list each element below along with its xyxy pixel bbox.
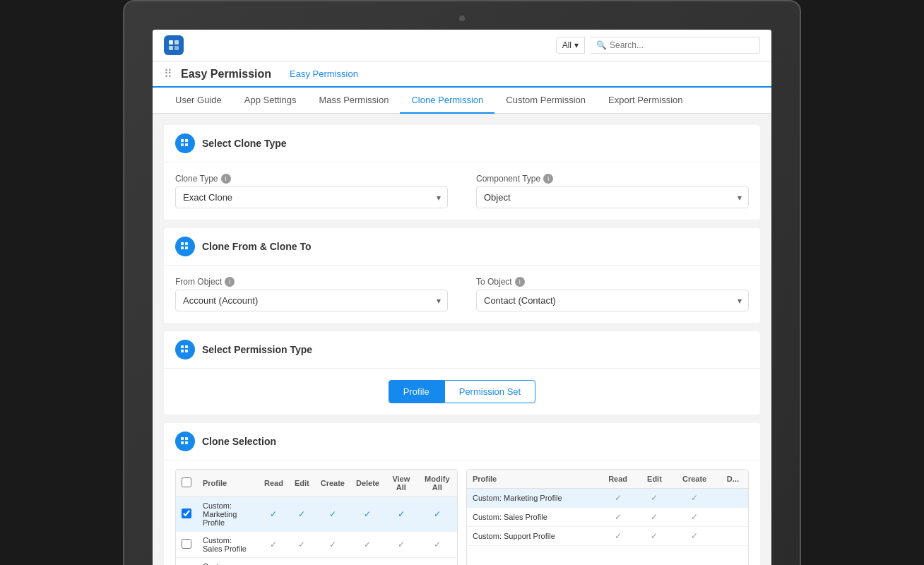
row2-read-check: ✓ bbox=[270, 540, 277, 549]
select-clone-type-card: Select Clone Type Clone Type i bbox=[164, 125, 760, 220]
left-table: Profile Read Edit Create Delete View All… bbox=[176, 470, 457, 565]
right-row3-read: ✓ bbox=[598, 527, 638, 546]
row1-profile: Custom: Marketing Profile bbox=[197, 497, 259, 532]
svg-rect-5 bbox=[185, 139, 188, 142]
search-all-button[interactable]: All ▾ bbox=[556, 37, 585, 54]
tab-user-guide[interactable]: User Guide bbox=[164, 88, 233, 114]
clone-selection-body: Profile Read Edit Create Delete View All… bbox=[164, 460, 760, 565]
table-row: Custom: Support Profile ✓ ✓ ✓ bbox=[467, 527, 748, 546]
table-row: Custom: Sales Profile ✓ ✓ ✓ bbox=[467, 508, 748, 527]
row1-create: ✓ bbox=[315, 497, 350, 532]
row2-view-all-check: ✓ bbox=[398, 540, 405, 549]
row1-view-all-check: ✓ bbox=[398, 509, 405, 519]
svg-rect-17 bbox=[185, 437, 188, 440]
component-type-info-icon[interactable]: i bbox=[543, 174, 553, 184]
search-input[interactable] bbox=[610, 40, 754, 50]
to-object-label: To Object i bbox=[476, 277, 749, 287]
clone-from-to-title: Clone From & Clone To bbox=[202, 241, 312, 252]
table-row: Custom: Marketing Profile ✓ ✓ ✓ ✓ ✓ ✓ bbox=[176, 497, 457, 532]
tab-app-settings[interactable]: App Settings bbox=[233, 88, 308, 114]
tables-row: Profile Read Edit Create Delete View All… bbox=[175, 469, 749, 565]
row3-edit: ✓ bbox=[289, 558, 315, 566]
nav-tab-easy-permission[interactable]: Easy Permission bbox=[280, 61, 368, 88]
row1-checkbox[interactable] bbox=[182, 509, 191, 518]
component-type-group: Component Type i Object Field Tab bbox=[476, 174, 749, 208]
svg-rect-15 bbox=[185, 350, 188, 352]
app-header: All ▾ 🔍 bbox=[153, 30, 771, 61]
row3-view-all: ✓ bbox=[385, 558, 417, 566]
nav-bar: ⠿ Easy Permission Easy Permission bbox=[153, 61, 771, 88]
clone-type-info-icon[interactable]: i bbox=[221, 174, 231, 184]
row3-checkbox-cell bbox=[176, 558, 197, 566]
grid-icon[interactable]: ⠿ bbox=[164, 67, 172, 81]
tab-custom-permission[interactable]: Custom Permission bbox=[494, 88, 597, 114]
screen: All ▾ 🔍 ⠿ Easy Permission Easy Permissio… bbox=[153, 30, 771, 565]
tab-clone-permission[interactable]: Clone Permission bbox=[400, 88, 494, 114]
left-table-header-checkbox bbox=[176, 470, 197, 497]
clone-type-section-icon bbox=[175, 133, 195, 153]
select-clone-type-header: Select Clone Type bbox=[164, 125, 760, 162]
right-row2-create-check: ✓ bbox=[691, 512, 698, 522]
right-row2-read: ✓ bbox=[598, 508, 638, 527]
right-row2-edit-check: ✓ bbox=[651, 512, 658, 522]
clone-type-select[interactable]: Exact Clone Partial Clone bbox=[175, 186, 448, 208]
right-row3-profile: Custom: Support Profile bbox=[467, 527, 598, 546]
laptop-body: All ▾ 🔍 ⠿ Easy Permission Easy Permissio… bbox=[123, 0, 801, 565]
svg-rect-2 bbox=[169, 46, 173, 50]
svg-rect-18 bbox=[181, 441, 184, 444]
from-object-select[interactable]: Account (Account) Contact (Contact) Lead… bbox=[175, 290, 448, 311]
row2-read: ✓ bbox=[259, 532, 289, 558]
profile-button[interactable]: Profile bbox=[389, 380, 444, 403]
select-permission-type-header: Select Permission Type bbox=[164, 331, 760, 369]
clone-selection-header: Clone Selection bbox=[164, 423, 760, 460]
row1-modify-all-check: ✓ bbox=[434, 509, 441, 519]
clone-type-section-title: Select Clone Type bbox=[202, 138, 287, 149]
svg-rect-14 bbox=[181, 350, 184, 352]
left-header-modify-all: Modify All bbox=[417, 470, 457, 497]
right-row1-create: ✓ bbox=[671, 489, 717, 508]
right-row3-create: ✓ bbox=[671, 527, 717, 546]
row1-create-check: ✓ bbox=[329, 509, 336, 519]
laptop-container: All ▾ 🔍 ⠿ Easy Permission Easy Permissio… bbox=[123, 0, 801, 565]
select-permission-type-card: Select Permission Type Profile Permissio… bbox=[164, 331, 760, 415]
svg-rect-9 bbox=[185, 242, 188, 245]
right-header-create: Create bbox=[671, 470, 717, 489]
row3-create: ✓ bbox=[315, 558, 350, 566]
row2-view-all: ✓ bbox=[385, 532, 417, 558]
row2-create: ✓ bbox=[315, 532, 350, 558]
row2-delete: ✓ bbox=[350, 532, 385, 558]
right-row1-create-check: ✓ bbox=[691, 493, 698, 503]
row3-delete: ✓ bbox=[350, 558, 385, 566]
from-object-info-icon[interactable]: i bbox=[225, 277, 235, 287]
row2-modify-all-check: ✓ bbox=[434, 540, 441, 549]
right-header-more: D... bbox=[718, 470, 748, 489]
row2-checkbox[interactable] bbox=[182, 539, 191, 549]
svg-rect-12 bbox=[181, 345, 184, 348]
clone-type-body: Clone Type i Exact Clone Partial Clone bbox=[164, 162, 760, 220]
left-header-create: Create bbox=[315, 470, 350, 497]
svg-rect-8 bbox=[181, 242, 184, 245]
tab-export-permission[interactable]: Export Permission bbox=[597, 88, 694, 114]
row1-modify-all: ✓ bbox=[417, 497, 457, 532]
row2-edit: ✓ bbox=[289, 532, 315, 558]
right-row1-edit: ✓ bbox=[638, 489, 672, 508]
select-all-checkbox[interactable] bbox=[182, 477, 191, 487]
permission-set-button[interactable]: Permission Set bbox=[444, 380, 535, 403]
svg-rect-10 bbox=[181, 246, 184, 249]
component-type-select[interactable]: Object Field Tab bbox=[476, 186, 749, 208]
clone-from-to-card: Clone From & Clone To From Object i bbox=[164, 228, 760, 323]
row1-edit-check: ✓ bbox=[298, 509, 305, 519]
right-row1-more bbox=[718, 489, 748, 508]
row3-read: ✓ bbox=[259, 558, 289, 566]
right-row2-more bbox=[718, 508, 748, 527]
row1-delete: ✓ bbox=[350, 497, 385, 532]
svg-rect-7 bbox=[185, 143, 188, 146]
left-header-delete: Delete bbox=[350, 470, 385, 497]
clone-type-select-wrapper: Exact Clone Partial Clone bbox=[175, 186, 448, 208]
clone-type-label: Clone Type i bbox=[175, 174, 448, 184]
to-object-select[interactable]: Contact (Contact) Account (Account) Lead… bbox=[476, 290, 749, 311]
right-row1-edit-check: ✓ bbox=[651, 493, 658, 503]
tab-mass-permission[interactable]: Mass Permission bbox=[307, 88, 400, 114]
main-content: Select Clone Type Clone Type i bbox=[153, 114, 771, 565]
to-object-info-icon[interactable]: i bbox=[515, 277, 525, 287]
